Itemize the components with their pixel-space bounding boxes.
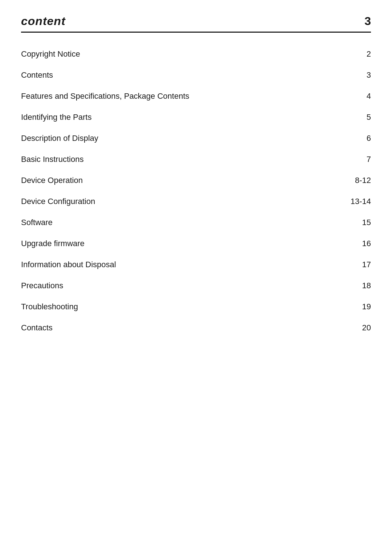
toc-item-page: 8-12 — [342, 176, 371, 185]
toc-row: Basic Instructions7 — [21, 149, 371, 170]
toc-row: Contacts20 — [21, 317, 371, 338]
toc-item-label: Contacts — [21, 323, 342, 333]
toc-item-page: 5 — [342, 113, 371, 122]
toc-row: Device Operation8-12 — [21, 170, 371, 191]
toc-row: Contents3 — [21, 65, 371, 86]
toc-item-page: 20 — [342, 323, 371, 333]
toc-row: Copyright Notice2 — [21, 44, 371, 65]
toc-row: Identifying the Parts5 — [21, 107, 371, 128]
toc-item-label: Troubleshooting — [21, 302, 342, 311]
toc-item-page: 13-14 — [342, 197, 371, 206]
toc-item-label: Contents — [21, 70, 342, 80]
toc-item-label: Device Configuration — [21, 197, 342, 206]
toc-item-page: 18 — [342, 281, 371, 290]
toc-row: Software15 — [21, 212, 371, 233]
toc-row: Upgrade firmware16 — [21, 233, 371, 254]
toc-item-page: 17 — [342, 260, 371, 269]
toc-item-label: Upgrade firmware — [21, 239, 342, 248]
toc-row: Troubleshooting19 — [21, 296, 371, 317]
toc-row: Information about Disposal17 — [21, 254, 371, 275]
toc-row: Precautions18 — [21, 275, 371, 296]
toc-item-label: Description of Display — [21, 134, 342, 143]
toc-container: Copyright Notice2Contents3Features and S… — [21, 44, 371, 338]
toc-item-page: 7 — [342, 155, 371, 164]
toc-item-label: Information about Disposal — [21, 260, 342, 269]
toc-item-page: 15 — [342, 218, 371, 227]
toc-item-label: Features and Specifications, Package Con… — [21, 91, 342, 101]
header-page-number: 3 — [364, 15, 371, 28]
toc-item-page: 6 — [342, 134, 371, 143]
toc-item-label: Copyright Notice — [21, 49, 342, 59]
toc-item-label: Basic Instructions — [21, 155, 342, 164]
toc-item-label: Precautions — [21, 281, 342, 290]
toc-row: Device Configuration13-14 — [21, 191, 371, 212]
toc-item-label: Device Operation — [21, 176, 342, 185]
page-header: content 3 — [21, 15, 371, 33]
toc-item-label: Identifying the Parts — [21, 113, 342, 122]
toc-item-page: 16 — [342, 239, 371, 248]
toc-item-label: Software — [21, 218, 342, 227]
header-title: content — [21, 15, 66, 28]
toc-item-page: 19 — [342, 302, 371, 311]
toc-item-page: 3 — [342, 70, 371, 80]
toc-item-page: 2 — [342, 49, 371, 59]
toc-row: Description of Display6 — [21, 128, 371, 149]
toc-row: Features and Specifications, Package Con… — [21, 86, 371, 107]
toc-item-page: 4 — [342, 91, 371, 101]
